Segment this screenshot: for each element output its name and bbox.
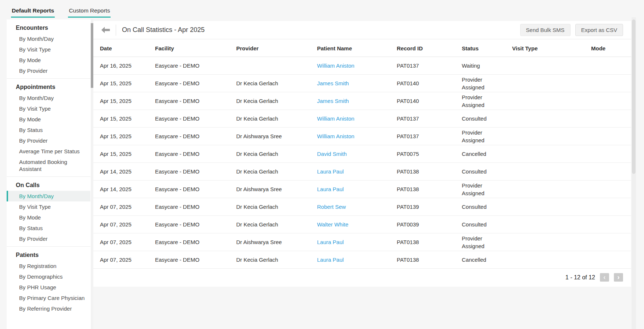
cell-mode [587,92,631,110]
cell-patient-name: Laura Paul [313,163,393,180]
cell-provider: Dr Aishwarya Sree [233,233,313,251]
sidebar-item-patients-by-demographics[interactable]: By Demographics [7,271,90,282]
patient-name-link[interactable]: James Smith [317,98,349,104]
table-row: Apr 15, 2025Easycare - DEMODr Kecia Gerl… [93,110,631,128]
reports-sidebar: EncountersBy Month/DayBy Visit TypeBy Mo… [7,19,93,329]
sidebar-item-encounters-by-provider[interactable]: By Provider [7,65,90,76]
cell-mode [587,216,631,233]
sidebar-item-encounters-by-month-day[interactable]: By Month/Day [7,33,90,44]
sidebar-scrollbar-thumb[interactable] [91,23,93,88]
sidebar-item-patients-by-primary-care-physician[interactable]: By Primary Care Physician [7,293,90,303]
tab-default-reports[interactable]: Default Reports [11,4,55,18]
cell-facility: Easycare - DEMO [151,216,233,233]
table-row: Apr 15, 2025Easycare - DEMODr Kecia Gerl… [93,75,631,92]
cell-facility: Easycare - DEMO [151,251,233,269]
table-row: Apr 15, 2025Easycare - DEMODr Aishwarya … [93,128,631,145]
cell-visit-type [508,198,587,216]
patient-name-link[interactable]: David Smith [317,151,347,157]
send-bulk-sms-button[interactable]: Send Bulk SMS [520,24,571,36]
status-text: Cancelled [462,150,486,158]
cell-provider [233,57,313,75]
cell-provider: Dr Kecia Gerlach [233,163,313,180]
cell-status: Provider Assigned [458,75,508,92]
sidebar-section-on-calls: On CallsBy Month/DayBy Visit TypeBy Mode… [7,176,90,246]
table-row: Apr 07, 2025Easycare - DEMODr Kecia Gerl… [93,216,631,233]
pagination-next-button[interactable]: › [614,273,623,282]
cell-visit-type [508,92,587,110]
column-header-date: Date [93,39,151,57]
cell-patient-name: Laura Paul [313,180,393,198]
cell-visit-type [508,216,587,233]
sidebar-section-title: Encounters [7,21,90,33]
cell-mode [587,110,631,128]
sidebar-item-on-calls-by-visit-type[interactable]: By Visit Type [7,201,90,212]
cell-record-id: PAT0137 [393,110,458,128]
sidebar-item-on-calls-by-status[interactable]: By Status [7,223,90,233]
sidebar-item-patients-by-registration[interactable]: By Registration [7,261,90,271]
sidebar-item-encounters-by-mode[interactable]: By Mode [7,55,90,65]
window-scrollbar-track[interactable] [632,17,636,329]
status-text: Provider Assigned [462,76,499,91]
reports-tabbar: Default ReportsCustom Reports [0,0,644,18]
patient-name-link[interactable]: Laura Paul [317,257,344,263]
patient-name-link[interactable]: William Aniston [317,62,355,69]
patient-name-link[interactable]: Walter White [317,221,348,228]
sidebar-item-encounters-by-visit-type[interactable]: By Visit Type [7,44,90,55]
sidebar-item-appointments-by-mode[interactable]: By Mode [7,114,90,125]
sidebar-item-appointments-by-status[interactable]: By Status [7,125,90,135]
sidebar-section-title: Appointments [7,81,90,93]
pagination-range: 1 - 12 of 12 [565,274,595,281]
sidebar-item-on-calls-by-provider[interactable]: By Provider [7,233,90,244]
cell-record-id: PAT0138 [393,163,458,180]
patient-name-link[interactable]: Robert Sew [317,204,346,210]
tab-custom-reports[interactable]: Custom Reports [68,4,111,18]
cell-status: Waiting [458,57,508,75]
cell-patient-name: James Smith [313,75,393,92]
cell-date: Apr 16, 2025 [93,57,151,75]
status-text: Provider Assigned [462,235,499,250]
patient-name-link[interactable]: Laura Paul [317,239,344,245]
report-header: On Call Statistics - Apr 2025 Send Bulk … [93,21,631,39]
patient-name-link[interactable]: James Smith [317,80,349,86]
cell-record-id: PAT0138 [393,180,458,198]
patient-name-link[interactable]: Laura Paul [317,168,344,175]
sidebar-item-appointments-by-month-day[interactable]: By Month/Day [7,93,90,103]
patient-name-link[interactable]: William Aniston [317,133,355,139]
sidebar-item-on-calls-by-mode[interactable]: By Mode [7,212,90,223]
export-as-csv-button[interactable]: Export as CSV [575,24,623,36]
cell-date: Apr 15, 2025 [93,92,151,110]
cell-facility: Easycare - DEMO [151,163,233,180]
cell-date: Apr 14, 2025 [93,180,151,198]
cell-provider: Dr Aishwarya Sree [233,180,313,198]
cell-record-id: PAT0140 [393,92,458,110]
patient-name-link[interactable]: William Aniston [317,115,355,122]
cell-provider: Dr Aishwarya Sree [233,128,313,145]
cell-provider: Dr Kecia Gerlach [233,92,313,110]
sidebar-item-patients-by-phr-usage[interactable]: By PHR Usage [7,282,90,293]
cell-facility: Easycare - DEMO [151,180,233,198]
sidebar-section-appointments: AppointmentsBy Month/DayBy Visit TypeBy … [7,78,90,176]
sidebar-item-on-calls-by-month-day[interactable]: By Month/Day [7,191,90,201]
window-scrollbar-thumb[interactable] [632,19,636,174]
back-arrow-icon [101,27,110,33]
sidebar-item-appointments-by-visit-type[interactable]: By Visit Type [7,103,90,114]
sidebar-item-appointments-average-time-per-status[interactable]: Average Time per Status [7,146,90,157]
sidebar-scrollbar-track[interactable] [91,19,93,329]
sidebar-item-patients-by-referring-provider[interactable]: By Referring Provider [7,303,90,314]
patient-name-link[interactable]: Laura Paul [317,186,344,192]
back-button[interactable] [99,25,112,35]
cell-status: Consulted [458,198,508,216]
cell-date: Apr 15, 2025 [93,128,151,145]
cell-provider: Dr Kecia Gerlach [233,145,313,163]
sidebar-item-appointments-by-provider[interactable]: By Provider [7,135,90,146]
cell-date: Apr 07, 2025 [93,233,151,251]
cell-record-id: PAT0138 [393,251,458,269]
cell-patient-name: Laura Paul [313,251,393,269]
cell-facility: Easycare - DEMO [151,92,233,110]
table-header-row: DateFacilityProviderPatient NameRecord I… [93,39,631,57]
pagination-prev-button[interactable]: ‹ [600,273,609,282]
cell-provider: Dr Kecia Gerlach [233,251,313,269]
table-row: Apr 07, 2025Easycare - DEMODr Kecia Gerl… [93,198,631,216]
sidebar-section-title: Patients [7,248,90,261]
sidebar-item-appointments-automated-booking-assistant[interactable]: Automated Booking Assistant [7,157,90,174]
